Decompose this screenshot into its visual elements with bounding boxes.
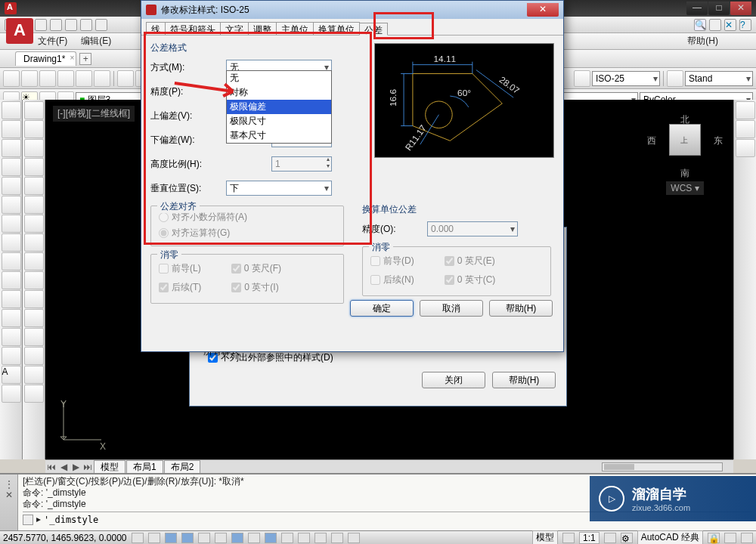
tab-primary[interactable]: 主单位 [276,22,314,35]
sb-grid-icon[interactable] [132,533,144,543]
view-cube[interactable]: 北 西 东 南 WCS ▾ [647,113,723,204]
sb-ducs-icon[interactable] [248,533,260,543]
sb-annoscale[interactable]: 1:1 [579,532,600,544]
compass-south[interactable]: 南 [647,167,723,180]
hscrollbar[interactable] [602,462,723,471]
tab-layout2[interactable]: 布局2 [164,460,201,474]
qat-plot-icon[interactable] [65,19,77,31]
compass-west[interactable]: 西 [647,134,656,147]
qat-save-icon[interactable] [35,19,47,31]
tab-model[interactable]: 模型 [94,460,125,474]
search-icon[interactable]: 🔍 [694,19,706,31]
max-button[interactable]: □ [708,2,730,15]
region-tool-icon[interactable] [2,309,21,327]
tb-textstyle-icon[interactable] [667,70,683,87]
tb-plot-icon[interactable] [57,70,74,87]
rotate-tool-icon[interactable] [24,196,44,214]
tab-line[interactable]: 线 [146,22,166,35]
table-tool-icon[interactable] [2,328,21,346]
sb-otrack-icon[interactable] [231,533,243,543]
menu-file[interactable]: 文件(F) [38,35,67,48]
tab-text[interactable]: 文字 [220,22,249,35]
tb-dimstyle-icon[interactable] [574,70,590,87]
sb-am-icon[interactable] [348,533,360,543]
app-logo-icon[interactable]: A [6,18,33,44]
exchange-icon[interactable]: ✕ [724,19,736,31]
tab-nav-last-icon[interactable]: ⏭ [82,462,94,472]
tab-nav-first-icon[interactable]: ⏮ [45,462,57,472]
menu-help[interactable]: 帮助(H) [687,35,718,48]
sb-isolate-icon[interactable] [741,533,753,543]
offset-tool-icon[interactable] [24,158,44,176]
erase-tool-icon[interactable] [24,385,44,403]
doc-tab-active[interactable]: Drawing1*× [15,51,76,66]
vpos-dropdown[interactable]: 下 [226,181,332,196]
close-button[interactable]: ✕ [730,2,751,15]
sb-hardware-icon[interactable] [724,533,736,543]
wcs-dropdown[interactable]: WCS ▾ [666,181,703,195]
qat-redo-icon[interactable] [95,19,107,31]
tab-nav-next-icon[interactable]: ▶ [70,462,82,472]
dist-tool-icon[interactable] [736,101,755,119]
sb-snap-icon[interactable] [148,533,160,543]
sb-osnap-icon[interactable] [198,533,210,543]
sb-ortho-icon[interactable] [165,533,177,543]
rect-tool-icon[interactable] [2,177,21,195]
ok-button[interactable]: 确定 [350,300,414,317]
method-option[interactable]: 无 [227,71,331,85]
copy-tool-icon[interactable] [24,120,44,138]
pline-tool-icon[interactable] [2,120,21,138]
circle-tool-icon[interactable] [2,139,21,157]
sb-tpy-icon[interactable] [298,533,310,543]
arc-tool-icon[interactable] [2,158,21,176]
sb-3dosnap-icon[interactable] [215,533,227,543]
cmd-handle-icon[interactable]: ⋮✕ [0,474,18,530]
help-icon[interactable]: ? [739,19,751,31]
tab-layout1[interactable]: 布局1 [126,460,163,474]
view-cube-face[interactable] [669,124,701,156]
tb-publish-icon[interactable] [94,70,110,87]
method-option[interactable]: 对称 [227,85,331,100]
sb-workspace[interactable]: AutoCAD 经典 [637,530,703,544]
tb-open-icon[interactable] [21,70,38,87]
sb-annovisibility-icon[interactable] [604,533,616,543]
signin-icon[interactable] [709,19,721,31]
dlg-help-button[interactable]: 帮助(H) [489,300,553,317]
list-tool-icon[interactable] [736,139,755,157]
revision-tool-icon[interactable] [2,385,21,403]
sb-sc-icon[interactable] [331,533,343,543]
tb-preview-icon[interactable] [76,70,92,87]
hatch-tool-icon[interactable] [2,233,21,252]
ellipse-tool-icon[interactable] [2,215,21,233]
sb-polar-icon[interactable] [181,533,194,543]
mirror-tool-icon[interactable] [24,139,44,157]
polygon-tool-icon[interactable] [2,196,21,214]
stretch-tool-icon[interactable] [24,233,44,252]
menu-edit[interactable]: 编辑(E) [81,35,111,48]
sb-modelspace[interactable]: 模型 [532,530,558,544]
tab-alt[interactable]: 换算单位 [313,22,360,35]
tab-fit[interactable]: 调整 [248,22,277,35]
line-tool-icon[interactable] [2,101,21,119]
qat-saveas-icon[interactable] [50,19,62,31]
join-tool-icon[interactable] [24,309,44,327]
viewport-label[interactable]: [-][俯视][二维线框] [53,106,135,122]
scale-spinner[interactable]: 1 [271,156,332,172]
tb-new-icon[interactable] [3,70,20,87]
sb-gear-icon[interactable]: ⚙ [621,533,633,543]
array-tool-icon[interactable] [24,177,44,195]
sb-lock-icon[interactable]: 🔒 [708,533,720,543]
trim-tool-icon[interactable] [24,252,44,270]
move-tool-icon[interactable] [24,101,44,119]
chamfer-tool-icon[interactable] [24,347,44,365]
method-option[interactable]: 极限尺寸 [227,114,331,128]
compass-east[interactable]: 东 [714,134,723,147]
alt-precision-dropdown[interactable]: 0.000 [427,221,518,236]
method-option-selected[interactable]: 极限偏差 [227,100,331,114]
tab-tolerance[interactable]: 公差 [359,23,388,36]
dialog-close-button[interactable]: ✕ [527,3,559,17]
area-tool-icon[interactable] [736,120,755,138]
close-tab-icon[interactable]: × [70,54,75,62]
tab-nav-prev-icon[interactable]: ◀ [57,462,70,472]
fillet-tool-icon[interactable] [24,328,44,346]
